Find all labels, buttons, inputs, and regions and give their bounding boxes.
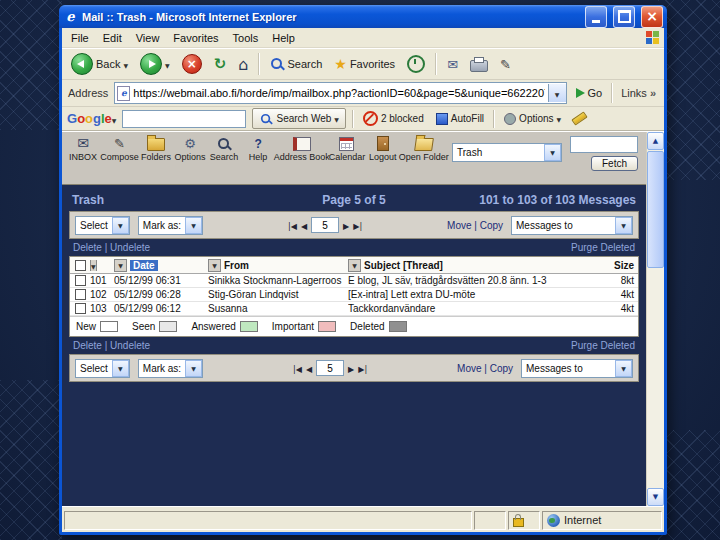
menu-favorites[interactable]: Favorites — [166, 30, 225, 46]
fetch-input[interactable] — [570, 136, 638, 153]
select-dropdown[interactable]: Select — [75, 216, 130, 235]
google-options-button[interactable]: Options — [501, 112, 564, 126]
message-row[interactable]: 102 05/12/99 06:28 Stig-Göran Lindqvist … — [70, 288, 638, 302]
filter-icon[interactable] — [208, 259, 221, 272]
mail-button[interactable] — [442, 55, 463, 74]
close-button[interactable] — [641, 6, 663, 28]
autofill-button[interactable]: AutoFill — [433, 112, 487, 126]
favorites-button[interactable]: Favorites — [329, 54, 400, 74]
home-button[interactable] — [233, 53, 253, 76]
search-button[interactable]: Search — [265, 55, 327, 73]
highlighter-icon[interactable] — [572, 111, 588, 125]
history-button[interactable] — [402, 53, 430, 75]
refresh-button[interactable] — [209, 53, 232, 75]
previous-page-button[interactable] — [306, 363, 312, 374]
last-page-button[interactable] — [353, 220, 362, 231]
menubar-item-options[interactable]: Options — [177, 136, 203, 162]
select-all-checkbox[interactable] — [75, 260, 86, 271]
move-copy-links[interactable]: Move | Copy — [457, 363, 513, 374]
select-dropdown[interactable]: Select — [75, 359, 130, 378]
page-number-input[interactable] — [316, 360, 344, 376]
legend-item: Answered — [191, 321, 257, 332]
filter-icon[interactable] — [90, 260, 97, 271]
mark-as-dropdown[interactable]: Mark as: — [138, 216, 203, 235]
menubar-item-folders[interactable]: Folders — [143, 136, 169, 162]
corner-pattern-bottom-right — [658, 430, 720, 540]
menu-tools[interactable]: Tools — [226, 30, 266, 46]
google-search-input[interactable] — [122, 110, 246, 128]
menubar-item-address-book[interactable]: Address Book — [279, 136, 324, 162]
go-button[interactable]: Go — [571, 86, 608, 100]
sort-size-header[interactable]: Size — [596, 260, 638, 271]
sort-subject-header[interactable]: Subject [Thread] — [364, 260, 443, 271]
corner-pattern-bottom-left — [0, 380, 62, 540]
popup-blocker-button[interactable]: 2 blocked — [360, 110, 427, 127]
print-button[interactable] — [465, 55, 493, 74]
menubar-item-inbox[interactable]: INBOX — [70, 136, 96, 162]
page-number-input[interactable] — [311, 217, 339, 233]
mark-as-dropdown[interactable]: Mark as: — [138, 359, 203, 378]
sort-date-header[interactable]: Date — [130, 260, 158, 271]
maximize-button[interactable] — [613, 6, 635, 28]
row-checkbox[interactable] — [75, 303, 86, 314]
folder-select[interactable]: Trash — [452, 143, 562, 162]
filter-icon[interactable] — [114, 259, 127, 272]
google-logo[interactable]: G o o g l e — [67, 111, 116, 126]
edit-icon — [500, 57, 511, 72]
filter-icon[interactable] — [348, 259, 361, 272]
stop-button[interactable] — [177, 52, 207, 76]
move-copy-links[interactable]: Move | Copy — [447, 220, 503, 231]
page-icon — [117, 86, 130, 101]
message-row[interactable]: 101 05/12/99 06:31 Sinikka Stockmann-Lag… — [70, 274, 638, 288]
delete-undelete-links[interactable]: Delete | Undelete — [73, 242, 150, 253]
row-checkbox[interactable] — [75, 289, 86, 300]
address-dropdown-button[interactable] — [548, 84, 566, 102]
delete-undelete-links[interactable]: Delete | Undelete — [73, 340, 150, 351]
chevron-down-icon — [112, 111, 117, 126]
row-checkbox[interactable] — [75, 275, 86, 286]
menu-edit[interactable]: Edit — [96, 30, 129, 46]
back-button[interactable]: Back — [66, 51, 133, 77]
title-bar[interactable]: Mail :: Trash - Microsoft Internet Explo… — [59, 5, 667, 28]
minimize-button[interactable] — [585, 6, 607, 28]
menu-view[interactable]: View — [129, 30, 167, 46]
menubar-item-help[interactable]: Help — [245, 136, 271, 162]
purge-deleted-link[interactable]: Purge Deleted — [571, 242, 635, 253]
menu-help[interactable]: Help — [265, 30, 302, 46]
menu-file[interactable]: File — [64, 30, 96, 46]
edit-button[interactable] — [495, 55, 516, 74]
purge-deleted-link[interactable]: Purge Deleted — [571, 340, 635, 351]
vertical-scrollbar[interactable] — [646, 132, 664, 506]
message-subject[interactable]: Tackkordanvändare — [348, 303, 596, 314]
legend-label: Seen — [132, 321, 155, 332]
menubar-item-logout[interactable]: Logout — [370, 136, 396, 162]
sort-from-header[interactable]: From — [224, 260, 249, 271]
legend-item: New — [76, 321, 118, 332]
scroll-down-button[interactable] — [647, 488, 664, 506]
legend-swatch — [318, 321, 336, 332]
menubar-item-open-folder[interactable]: Open Folder — [404, 136, 444, 162]
first-page-button[interactable] — [288, 220, 297, 231]
next-page-button[interactable] — [348, 363, 354, 374]
message-subject[interactable]: [Ex-intra] Lett extra DU-möte — [348, 289, 596, 300]
search-web-button[interactable]: Search Web — [252, 108, 345, 129]
first-page-button[interactable] — [293, 363, 302, 374]
links-button[interactable]: Links — [617, 87, 660, 99]
messages-to-dropdown[interactable]: Messages to — [511, 216, 633, 235]
forward-button[interactable] — [135, 51, 175, 77]
previous-page-button[interactable] — [301, 220, 307, 231]
menubar-item-search[interactable]: Search — [211, 136, 237, 162]
last-page-button[interactable] — [358, 363, 367, 374]
address-input[interactable]: https://webmail.abo.fi/horde/imp/mailbox… — [114, 82, 566, 104]
next-page-button[interactable] — [343, 220, 349, 231]
message-subject[interactable]: E blog, JL säv, trädgårdsvätten 20.8 änn… — [348, 275, 596, 286]
fetch-button[interactable]: Fetch — [591, 156, 638, 171]
bottom-action-bar: Select Mark as: — [69, 354, 639, 382]
messages-to-dropdown[interactable]: Messages to — [521, 359, 633, 378]
scroll-up-button[interactable] — [647, 132, 664, 150]
legend-label: New — [76, 321, 96, 332]
menubar-item-compose[interactable]: Compose — [104, 136, 135, 162]
message-row[interactable]: 103 05/12/99 06:12 Susanna Tackkordanvän… — [70, 302, 638, 316]
menubar-item-calendar[interactable]: Calendar — [332, 136, 361, 162]
scroll-thumb[interactable] — [647, 151, 664, 268]
